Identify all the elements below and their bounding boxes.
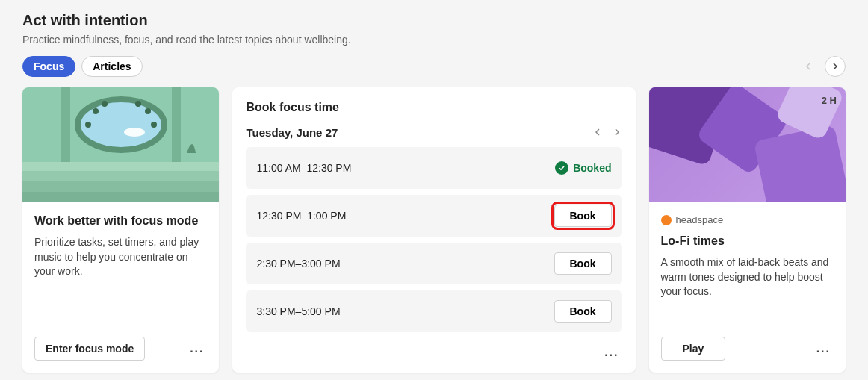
headspace-more-button[interactable]: ... [813,339,834,358]
svg-point-11 [135,101,141,107]
slot-time: 12:30 PM–1:00 PM [256,210,346,222]
enter-focus-mode-button[interactable]: Enter focus mode [34,337,145,361]
svg-rect-6 [172,87,181,162]
headspace-brand-name: headspace [676,214,724,225]
svg-rect-4 [22,192,219,202]
headspace-title: Lo-Fi times [661,234,834,248]
svg-rect-1 [22,162,219,171]
nav-next[interactable] [825,56,846,77]
focus-card-more-button[interactable]: ... [187,339,207,358]
tab-articles[interactable]: Articles [81,56,142,77]
time-slot: 2:30 PM–3:00 PM Book [246,243,621,284]
book-button[interactable]: Book [554,300,612,323]
card-headspace: 2 H headspace Lo-Fi times A smooth mix o… [649,87,846,373]
check-icon [555,161,568,175]
svg-point-12 [145,108,151,114]
focus-card-description: Prioritize tasks, set timers, and play m… [34,235,207,316]
chevron-left-icon [594,128,601,136]
headspace-logo-icon [661,215,672,225]
svg-point-14 [151,122,157,128]
date-next-button[interactable] [612,125,622,140]
tabs: Focus Articles [22,56,143,77]
time-slot: 3:30 PM–5:00 PM Book [246,290,621,332]
headspace-duration: 2 H [822,95,837,106]
book-date: Tuesday, June 27 [246,126,338,139]
page-title: Act with intention [22,12,846,29]
time-slot: 11:00 AM–12:30 PM Booked [246,147,621,189]
headspace-brand: headspace [661,214,834,225]
time-slot: 12:30 PM–1:00 PM Book [246,195,621,237]
tab-focus[interactable]: Focus [22,56,75,77]
svg-rect-2 [22,171,219,181]
slot-time: 11:00 AM–12:30 PM [256,162,351,174]
card-focus-mode: Work better with focus mode Prioritize t… [22,87,219,373]
slot-time: 2:30 PM–3:00 PM [256,258,340,270]
svg-point-15 [124,128,145,137]
svg-rect-5 [61,87,70,162]
chevron-left-icon [805,63,812,70]
headspace-play-button[interactable]: Play [661,337,726,361]
chevron-right-icon [613,128,621,136]
slot-booked-status: Booked [555,161,611,175]
chevron-right-icon [831,63,839,70]
booked-label: Booked [573,162,611,174]
focus-hero-image [22,87,219,202]
book-card-title: Book focus time [246,101,621,114]
svg-point-10 [102,101,108,107]
top-nav-arrows [798,56,846,77]
card-book-focus-time: Book focus time Tuesday, June 27 11:00 A… [232,87,635,373]
headspace-hero: 2 H [649,87,846,202]
headspace-description: A smooth mix of laid-back beats and warm… [661,255,834,299]
nav-prev [798,56,819,77]
page-subtitle: Practice mindfulness, focus, and read th… [22,34,846,46]
book-card-more-button[interactable]: ... [601,343,621,362]
date-prev-button[interactable] [592,125,603,140]
book-button[interactable]: Book [554,252,612,275]
slot-time: 3:30 PM–5:00 PM [256,305,340,317]
svg-point-9 [93,108,99,114]
focus-card-title: Work better with focus mode [34,214,207,228]
svg-rect-3 [22,181,219,192]
book-button[interactable]: Book [554,205,612,227]
svg-point-13 [85,122,91,128]
